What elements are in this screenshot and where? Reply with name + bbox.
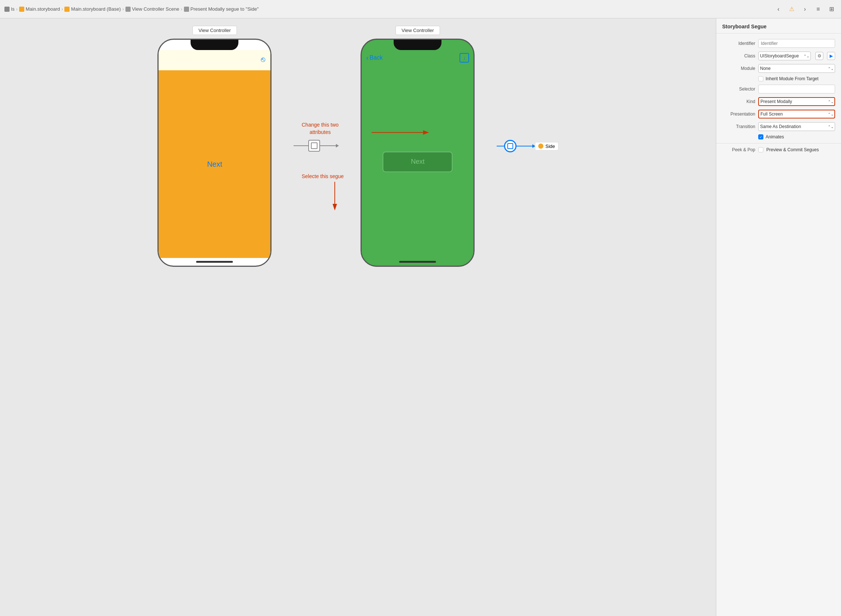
animates-label: Animates xyxy=(766,134,784,139)
nav-back-button[interactable]: ‹ Back xyxy=(366,54,382,62)
kind-select-wrap: Present Modally Show Show Detail Present… xyxy=(758,97,835,106)
scene2-container: View Controller ‹ Back ↓ Next xyxy=(360,26,475,267)
transition-row: Transition Same As Destination Cover Ver… xyxy=(716,120,841,133)
list-view-button[interactable]: ≡ xyxy=(813,4,823,14)
presentation-label: Presentation xyxy=(722,111,755,117)
share-icon[interactable]: ⎋ xyxy=(261,55,265,64)
phone2-body: Next xyxy=(362,66,473,258)
class-select-wrap: UIStoryboardSegue ⌃⌄ xyxy=(758,51,811,60)
segue-circle[interactable] xyxy=(504,140,517,153)
presentation-select[interactable]: Full Screen Automatic Page Sheet Form Sh… xyxy=(758,110,835,119)
class-row: Class UIStoryboardSegue ⌃⌄ ⚙ ▶ xyxy=(716,50,841,62)
kind-row: Kind Present Modally Show Show Detail Pr… xyxy=(716,95,841,108)
kind-label: Kind xyxy=(722,99,755,104)
side-dot-icon xyxy=(538,144,544,149)
panel-body: Identifier Class UIStoryboardSegue ⌃⌄ ⚙ … xyxy=(716,34,841,157)
breadcrumb-sep-4: › xyxy=(181,6,182,12)
grid-view-button[interactable]: ⊞ xyxy=(826,4,837,14)
breadcrumb-item-4[interactable]: View Controller Scene xyxy=(126,6,179,12)
inherit-module-checkbox[interactable] xyxy=(758,76,763,81)
selector-label: Selector xyxy=(722,87,755,92)
presentation-select-wrap: Full Screen Automatic Page Sheet Form Sh… xyxy=(758,110,835,119)
selector-input[interactable] xyxy=(758,85,835,94)
segue-area: Side xyxy=(497,140,558,153)
svg-marker-3 xyxy=(333,204,337,210)
identifier-label: Identifier xyxy=(722,41,755,46)
scene2-label: View Controller xyxy=(396,26,440,35)
divider xyxy=(716,143,841,144)
module-select-wrap: None ⌃⌄ xyxy=(758,64,835,73)
back-button[interactable]: ‹ xyxy=(773,4,784,14)
segue-line-left xyxy=(497,146,504,147)
phone2-navbar: ‹ Back ↓ xyxy=(362,50,473,66)
storyboard-icon xyxy=(19,7,24,12)
breadcrumb-sep-3: › xyxy=(122,6,124,12)
warning-button[interactable]: ⚠ xyxy=(787,4,797,14)
main-layout: View Controller ⎋ Next xyxy=(0,18,841,616)
class-add-button[interactable]: ▶ xyxy=(827,52,835,60)
peek-checkbox[interactable] xyxy=(758,147,763,153)
segue-line-right xyxy=(517,146,535,147)
canvas-area: View Controller ⎋ Next xyxy=(0,18,716,616)
side-label: Side xyxy=(545,144,555,149)
forward-button[interactable]: › xyxy=(800,4,810,14)
annotation2-text: Selecte this segue xyxy=(302,173,344,180)
peek-row: Peek & Pop Preview & Commit Segues xyxy=(716,146,841,154)
presentation-row: Presentation Full Screen Automatic Page … xyxy=(716,108,841,120)
breadcrumb-item-3[interactable]: Main.storyboard (Base) xyxy=(64,6,121,12)
phone2-notch xyxy=(394,40,441,50)
phone1: ⎋ Next xyxy=(157,39,271,267)
annotation2-container: Selecte this segue xyxy=(302,173,344,180)
nav-action-icon[interactable]: ↓ xyxy=(460,53,469,63)
phone2-home-bar xyxy=(399,261,436,263)
breadcrumb-item-5[interactable]: Present Modally segue to "Side" xyxy=(184,6,259,12)
scene1-container: View Controller ⎋ Next xyxy=(157,26,271,267)
connector-arrow xyxy=(294,140,338,152)
connector-inner xyxy=(311,142,318,149)
breadcrumb-item-2[interactable]: Main.storyboard xyxy=(19,6,60,12)
chevron-left-icon: ‹ xyxy=(366,54,368,62)
animates-checkbox[interactable] xyxy=(758,134,763,139)
green-next-button[interactable]: Next xyxy=(382,152,453,172)
breadcrumb-sep-1: › xyxy=(16,6,17,12)
arrow-line-right xyxy=(320,145,338,146)
file-icon xyxy=(4,7,10,12)
inherit-module-row: Inherit Module From Target xyxy=(716,75,841,83)
toolbar-right: ‹ ⚠ › ≡ ⊞ xyxy=(773,4,837,14)
scene-icon xyxy=(126,7,130,12)
annotation2-arrow xyxy=(316,182,360,215)
module-label: Module xyxy=(722,66,755,71)
class-select[interactable]: UIStoryboardSegue xyxy=(758,51,811,60)
identifier-row: Identifier xyxy=(716,37,841,50)
identifier-input[interactable] xyxy=(758,39,835,48)
kind-select[interactable]: Present Modally Show Show Detail Present… xyxy=(758,97,835,106)
module-select[interactable]: None xyxy=(758,64,835,73)
phone1-next-label: Next xyxy=(207,160,222,169)
breadcrumb-item-1[interactable]: ls xyxy=(4,6,14,12)
breadcrumb-sep-2: › xyxy=(62,6,63,12)
storyboard-base-icon xyxy=(64,7,70,12)
toolbar: ls › Main.storyboard › Main.storyboard (… xyxy=(0,0,841,18)
panel-title: Storyboard Segue xyxy=(716,18,841,34)
side-badge[interactable]: Side xyxy=(535,142,558,151)
inherit-module-label: Inherit Module From Target xyxy=(766,76,819,81)
scene1-label: View Controller xyxy=(192,26,237,35)
breadcrumb: ls › Main.storyboard › Main.storyboard (… xyxy=(4,6,771,12)
phone2: ‹ Back ↓ Next xyxy=(360,39,475,267)
right-panel: Storyboard Segue Identifier Class UIStor… xyxy=(716,18,841,616)
transition-select[interactable]: Same As Destination Cover Vertical Flip … xyxy=(758,122,835,131)
animates-row: Animates xyxy=(716,133,841,141)
annotation1-container: Change this twoattributes xyxy=(302,122,338,136)
segue-square-inner xyxy=(507,143,513,149)
transition-select-wrap: Same As Destination Cover Vertical Flip … xyxy=(758,122,835,131)
selector-row: Selector xyxy=(716,83,841,95)
annotation1-text: Change this twoattributes xyxy=(302,122,338,136)
peek-text: Preview & Commit Segues xyxy=(766,147,819,153)
phone1-cream-bar: ⎋ xyxy=(158,50,270,70)
phone1-home-bar xyxy=(196,261,233,263)
arrow-line-left xyxy=(294,145,308,146)
class-label: Class xyxy=(722,53,755,59)
class-settings-button[interactable]: ⚙ xyxy=(815,52,823,60)
phone1-notch xyxy=(190,40,238,50)
transition-label: Transition xyxy=(722,124,755,129)
